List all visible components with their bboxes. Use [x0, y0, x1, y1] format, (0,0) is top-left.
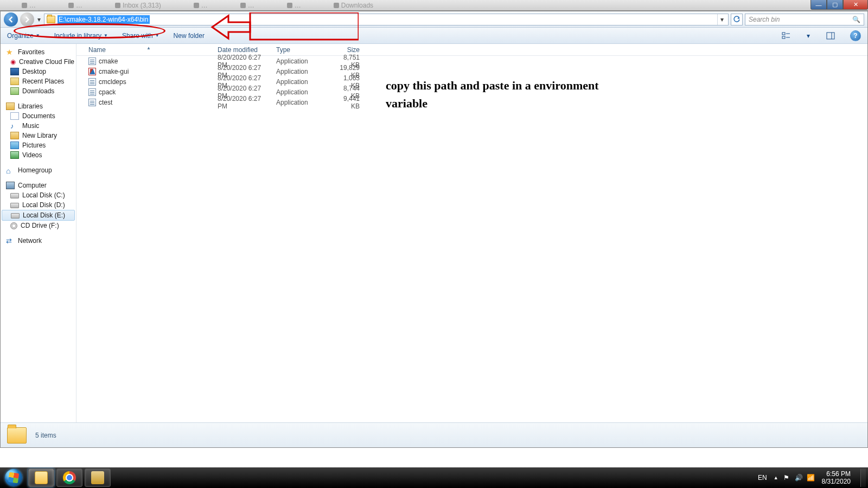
system-tray: EN ▲ ⚑ 🔊 📶 6:56 PM 8/31/2020 — [756, 468, 868, 487]
tray-flag-icon[interactable]: ⚑ — [783, 474, 790, 481]
help-button[interactable]: ? — [850, 30, 861, 41]
windows-orb-icon — [5, 469, 22, 486]
file-list-pane: Name▲ Date modified Type Size cmake8/20/… — [76, 44, 867, 422]
file-type: Application — [272, 78, 331, 86]
tray-language[interactable]: EN — [756, 474, 769, 481]
nav-pictures[interactable]: Pictures — [1, 140, 76, 150]
nav-favorites-header[interactable]: ★Favorites — [1, 47, 76, 57]
explorer-window: ▾ ▾ Search bin 🔍 Organize▼ Include in li… — [0, 11, 868, 448]
file-name: cmake-gui — [99, 68, 129, 75]
file-icon — [88, 78, 96, 86]
taskbar-explorer[interactable] — [28, 468, 54, 487]
folder-icon — [7, 427, 27, 444]
chrome-icon — [63, 471, 76, 484]
tray-show-hidden-icon[interactable]: ▲ — [774, 475, 778, 480]
file-type: Application — [272, 99, 331, 106]
column-type[interactable]: Type — [272, 46, 331, 54]
svg-rect-0 — [782, 33, 785, 35]
address-input[interactable] — [58, 15, 150, 24]
file-icon — [88, 68, 96, 75]
svg-rect-1 — [782, 36, 785, 38]
annotation-text: copy this path and paste in a environmen… — [386, 76, 603, 112]
nav-desktop[interactable]: Desktop — [1, 67, 76, 76]
view-options-dropdown[interactable]: ▾ — [806, 30, 811, 41]
column-size[interactable]: Size — [331, 46, 364, 54]
nav-history-dropdown[interactable]: ▾ — [36, 16, 42, 23]
preview-pane-button[interactable] — [825, 30, 836, 41]
nav-new-library[interactable]: New Library — [1, 131, 76, 140]
start-button[interactable] — [0, 467, 27, 488]
column-name[interactable]: Name▲ — [84, 46, 213, 54]
file-date: 8/20/2020 6:27 PM — [213, 95, 272, 110]
nav-recent-places[interactable]: Recent Places — [1, 76, 76, 86]
address-dropdown[interactable]: ▾ — [717, 14, 726, 25]
file-name: ctest — [99, 99, 112, 106]
column-headers: Name▲ Date modified Type Size — [76, 44, 867, 56]
file-row[interactable]: cmake8/20/2020 6:27 PMApplication8,751 K… — [76, 56, 867, 66]
address-bar-row: ▾ ▾ Search bin 🔍 — [1, 11, 867, 28]
file-name: cmake — [99, 57, 118, 65]
taskbar: EN ▲ ⚑ 🔊 📶 6:56 PM 8/31/2020 — [0, 467, 868, 488]
file-icon — [88, 57, 96, 65]
nav-creative-cloud[interactable]: ◉Creative Cloud File — [1, 57, 76, 67]
nav-drive-e[interactable]: Local Disk (E:) — [2, 210, 75, 221]
new-folder-button[interactable]: New folder — [174, 32, 205, 40]
include-in-library-menu[interactable]: Include in library▼ — [54, 32, 108, 40]
nav-videos[interactable]: Videos — [1, 150, 76, 160]
file-row[interactable]: cmake-gui8/20/2020 6:27 PMApplication19,… — [76, 66, 867, 76]
file-type: Application — [272, 68, 331, 75]
nav-music[interactable]: ♪Music — [1, 121, 76, 131]
navigation-pane: ★Favorites ◉Creative Cloud File Desktop … — [1, 44, 76, 422]
taskbar-paint[interactable] — [85, 468, 111, 487]
paint-icon — [91, 471, 104, 484]
nav-libraries-header[interactable]: Libraries — [1, 101, 76, 111]
background-browser-tabstrip: … … Inbox (3,313) … … … Downloads — [0, 0, 868, 11]
maximize-button[interactable]: ▢ — [827, 0, 843, 10]
tray-network-icon[interactable]: 📶 — [807, 474, 814, 481]
file-type: Application — [272, 88, 331, 96]
share-with-menu[interactable]: Share with▼ — [122, 32, 159, 40]
details-pane: 5 items — [1, 422, 867, 447]
show-desktop-button[interactable] — [860, 468, 866, 487]
search-icon: 🔍 — [852, 16, 860, 23]
minimize-button[interactable]: — — [810, 0, 827, 10]
nav-forward-button[interactable] — [20, 12, 34, 27]
tray-clock[interactable]: 6:56 PM 8/31/2020 — [819, 470, 854, 486]
taskbar-chrome[interactable] — [56, 468, 82, 487]
tray-volume-icon[interactable]: 🔊 — [795, 474, 802, 481]
nav-network-header[interactable]: ⇄Network — [1, 236, 76, 246]
item-count-label: 5 items — [35, 432, 56, 439]
search-placeholder: Search bin — [749, 16, 780, 23]
search-box[interactable]: Search bin 🔍 — [745, 14, 864, 25]
refresh-button[interactable] — [731, 14, 743, 25]
explorer-icon — [35, 471, 48, 484]
view-options-button[interactable] — [781, 30, 792, 41]
nav-documents[interactable]: Documents — [1, 111, 76, 121]
nav-back-button[interactable] — [4, 12, 18, 27]
svg-rect-4 — [827, 33, 834, 39]
file-name: cmcldeps — [99, 78, 126, 86]
file-size: 9,441 KB — [331, 95, 364, 110]
folder-icon — [47, 16, 55, 23]
file-icon — [88, 88, 96, 96]
nav-downloads[interactable]: Downloads — [1, 86, 76, 96]
nav-computer-header[interactable]: Computer — [1, 181, 76, 190]
organize-menu[interactable]: Organize▼ — [7, 32, 40, 40]
file-name: cpack — [99, 88, 116, 96]
nav-drive-d[interactable]: Local Disk (D:) — [1, 200, 76, 210]
file-icon — [88, 99, 96, 106]
nav-drive-cd[interactable]: CD Drive (F:) — [1, 221, 76, 230]
close-button[interactable]: ✕ — [843, 0, 868, 10]
column-date[interactable]: Date modified — [213, 46, 272, 54]
nav-homegroup-header[interactable]: ⌂Homegroup — [1, 165, 76, 175]
address-bar[interactable]: ▾ — [44, 14, 729, 25]
window-caption-buttons: — ▢ ✕ — [810, 0, 868, 11]
command-bar: Organize▼ Include in library▼ Share with… — [1, 28, 867, 44]
file-type: Application — [272, 57, 331, 65]
nav-drive-c[interactable]: Local Disk (C:) — [1, 190, 76, 200]
